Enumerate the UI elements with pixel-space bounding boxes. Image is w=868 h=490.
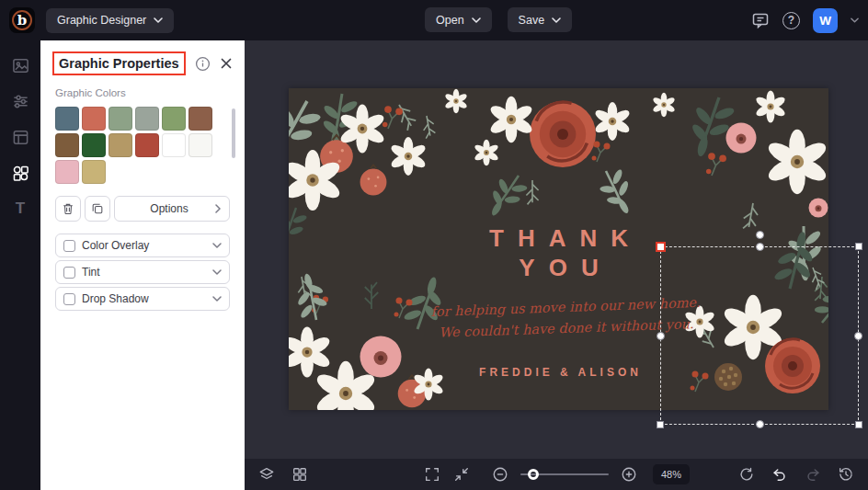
- fit-to-screen-button[interactable]: [452, 465, 471, 484]
- color-swatch[interactable]: [55, 160, 79, 184]
- sidebar-item-edit[interactable]: [10, 91, 30, 111]
- app-menu-label: Graphic Designer: [57, 14, 146, 27]
- tint-row[interactable]: Tint: [55, 260, 230, 284]
- history-icon: [838, 466, 854, 483]
- swatch-scrollbar[interactable]: [232, 108, 235, 158]
- avatar[interactable]: W: [813, 8, 838, 33]
- color-overlay-row[interactable]: Color Overlay: [55, 234, 230, 257]
- handle-top-right[interactable]: [855, 243, 862, 250]
- account-menu-chevron-icon[interactable]: [851, 17, 859, 23]
- redo-icon: [805, 466, 821, 483]
- app-logo[interactable]: b: [9, 7, 35, 33]
- zoom-slider-knob[interactable]: [528, 469, 539, 480]
- color-swatch[interactable]: [162, 133, 186, 157]
- color-overlay-checkbox[interactable]: [63, 240, 75, 252]
- refresh-icon: [738, 466, 755, 483]
- layers-button[interactable]: [257, 465, 276, 484]
- color-swatch[interactable]: [108, 107, 132, 131]
- color-swatch[interactable]: [82, 133, 106, 157]
- zoom-level-badge[interactable]: 48%: [653, 464, 690, 484]
- handle-bottom-right[interactable]: [855, 421, 862, 428]
- drop-shadow-checkbox[interactable]: [63, 293, 75, 305]
- tint-checkbox[interactable]: [63, 267, 75, 279]
- sidebar-item-image[interactable]: [10, 55, 30, 75]
- chevron-down-icon[interactable]: [212, 243, 222, 248]
- handle-top-middle[interactable]: [756, 243, 764, 251]
- panel-header: Graphic Properties: [40, 40, 245, 75]
- grid-icon: [291, 466, 308, 483]
- color-swatch[interactable]: [188, 107, 212, 131]
- zoom-in-button[interactable]: [620, 465, 638, 484]
- duplicate-graphic-button[interactable]: [85, 196, 110, 222]
- app-menu-button[interactable]: Graphic Designer: [46, 8, 174, 33]
- color-swatch[interactable]: [55, 133, 79, 157]
- undo-icon: [771, 466, 788, 483]
- file-actions: Open Save: [425, 7, 572, 32]
- reset-button[interactable]: [737, 465, 756, 484]
- swatch-area: [55, 107, 237, 184]
- zoom-slider[interactable]: [520, 468, 609, 481]
- handle-top-left[interactable]: [656, 242, 666, 252]
- text-tool-icon: T: [16, 199, 25, 218]
- pages-button[interactable]: [291, 465, 309, 484]
- sidebar-item-text[interactable]: T: [10, 199, 30, 219]
- shapes-icon: [12, 165, 29, 182]
- color-overlay-label: Color Overlay: [82, 239, 206, 252]
- chevron-down-icon: [154, 17, 163, 23]
- color-swatch[interactable]: [162, 107, 186, 131]
- sidebar-item-templates[interactable]: [10, 127, 30, 147]
- handle-bottom-left[interactable]: [657, 421, 664, 428]
- drop-shadow-row[interactable]: Drop Shadow: [55, 287, 230, 311]
- floral-cluster-top-center[interactable]: [444, 89, 676, 224]
- copy-icon: [91, 202, 104, 215]
- selection-box[interactable]: [660, 246, 859, 425]
- logo-letter: b: [17, 12, 28, 28]
- tool-rail: T: [0, 40, 40, 490]
- graphic-colors-label: Graphic Colors: [55, 87, 245, 98]
- color-swatch[interactable]: [55, 107, 79, 131]
- sidebar-item-graphics[interactable]: [10, 163, 30, 183]
- chevron-right-icon: [215, 204, 221, 213]
- help-button[interactable]: ?: [782, 12, 800, 29]
- rotation-handle[interactable]: [756, 231, 764, 239]
- undo-button[interactable]: [771, 465, 789, 484]
- handle-right-middle[interactable]: [854, 332, 862, 340]
- zoom-out-icon: [492, 466, 508, 483]
- color-swatch[interactable]: [188, 133, 212, 157]
- chevron-down-icon[interactable]: [212, 269, 222, 275]
- effect-toggles: Color Overlay Tint Drop Shadow: [55, 234, 230, 311]
- color-swatch[interactable]: [135, 133, 159, 157]
- chat-icon: [751, 11, 770, 29]
- color-swatch[interactable]: [82, 107, 106, 131]
- chevron-down-icon[interactable]: [212, 296, 222, 302]
- delete-graphic-button[interactable]: [55, 196, 81, 222]
- drop-shadow-label: Drop Shadow: [82, 292, 206, 305]
- options-button[interactable]: Options: [114, 196, 230, 222]
- save-label: Save: [519, 14, 545, 27]
- zoom-out-button[interactable]: [491, 465, 509, 484]
- handle-left-middle[interactable]: [657, 332, 665, 340]
- info-icon[interactable]: [195, 56, 211, 72]
- open-button[interactable]: Open: [425, 7, 492, 32]
- handle-bottom-middle[interactable]: [756, 420, 764, 428]
- layers-icon: [258, 466, 275, 483]
- chevron-down-icon: [472, 17, 481, 23]
- save-button[interactable]: Save: [508, 7, 573, 32]
- design-canvas[interactable]: THANK YOU for helping us move into our n…: [245, 40, 868, 459]
- history-button[interactable]: [837, 465, 855, 484]
- image-icon: [12, 57, 29, 74]
- bottom-toolbar: 48%: [245, 459, 868, 490]
- color-swatch[interactable]: [135, 107, 159, 131]
- close-panel-button[interactable]: [221, 58, 232, 69]
- top-right-controls: ? W: [751, 8, 859, 33]
- feedback-button[interactable]: [751, 11, 770, 29]
- redo-button[interactable]: [804, 465, 822, 484]
- sliders-icon: [12, 93, 29, 110]
- options-label: Options: [123, 202, 215, 215]
- fullscreen-button[interactable]: [423, 465, 441, 484]
- color-swatch[interactable]: [108, 133, 132, 157]
- color-swatch[interactable]: [82, 160, 106, 184]
- zoom-in-icon: [621, 466, 637, 483]
- chevron-down-icon: [552, 17, 561, 23]
- close-icon: [221, 58, 232, 69]
